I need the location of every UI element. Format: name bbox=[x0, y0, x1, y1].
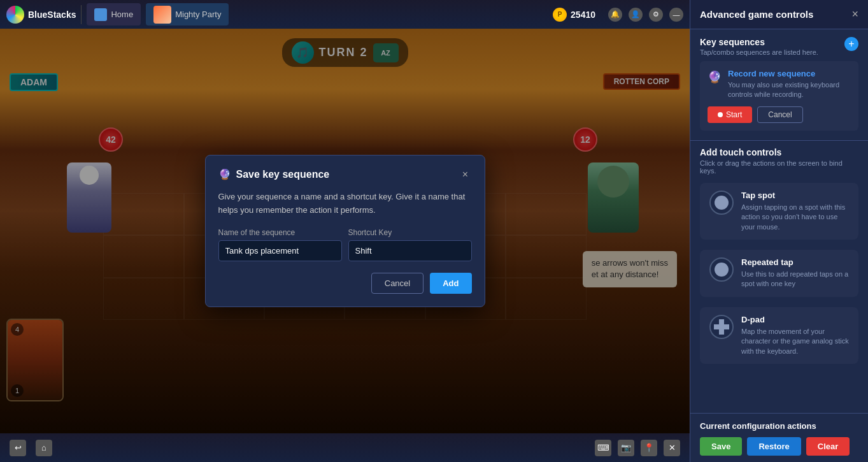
right-panel: Advanced game controls × Key sequences T… bbox=[690, 0, 868, 462]
wand-icon: 🔮 bbox=[708, 70, 722, 84]
dpad-icon bbox=[709, 315, 734, 339]
coin-icon: P bbox=[553, 8, 567, 22]
record-row: 🔮 Record new sequence You may also use e… bbox=[708, 69, 851, 100]
dialog-header: 🔮 Save key sequence × bbox=[218, 168, 472, 181]
tap-spot-icon bbox=[709, 191, 734, 215]
dialog-actions: Cancel Add bbox=[218, 273, 472, 294]
bottom-bar: ↩ ⌂ ⌨ 📷 📍 ✕ bbox=[0, 433, 690, 462]
screenshot-icon[interactable]: 📷 bbox=[618, 440, 634, 456]
shortcut-field-label: Shortcut Key bbox=[348, 228, 472, 237]
touch-controls-desc: Click or drag the actions on the screen … bbox=[700, 159, 858, 175]
record-dot-icon bbox=[718, 112, 723, 117]
save-sequence-dialog: 🔮 Save key sequence × Give your sequence… bbox=[205, 155, 485, 308]
app-name: BlueStacks bbox=[28, 10, 76, 20]
dialog-icon: 🔮 bbox=[218, 168, 231, 180]
game-content: ADAM ROTTEN CORP 🎵 TURN 2 AZ 42 12 bbox=[0, 29, 690, 433]
bottom-left-icons: ↩ ⌂ bbox=[10, 440, 52, 456]
touch-controls-title: Add touch controls bbox=[700, 147, 858, 157]
panel-header: Advanced game controls × bbox=[690, 0, 868, 29]
tap-spot-control[interactable]: Tap spot Assign tapping on a spot with t… bbox=[700, 183, 858, 240]
coin-area: P 25410 bbox=[553, 8, 595, 22]
key-sequences-title-group: Key sequences Tap/combo sequences are li… bbox=[700, 37, 818, 56]
dpad-info: D-pad Map the movement of your character… bbox=[741, 315, 849, 356]
game-tab-label: Mighty Party bbox=[175, 10, 221, 19]
dialog-cancel-button[interactable]: Cancel bbox=[371, 273, 423, 294]
record-section: 🔮 Record new sequence You may also use e… bbox=[700, 61, 858, 131]
home-tab[interactable]: Home bbox=[87, 3, 141, 25]
dialog-overlay: 🔮 Save key sequence × Give your sequence… bbox=[0, 29, 690, 433]
top-icons: 🔔 👤 ⚙ — bbox=[608, 8, 683, 22]
add-sequence-button[interactable]: + bbox=[844, 37, 858, 51]
clear-button[interactable]: Clear bbox=[806, 437, 850, 456]
dpad-arm-vertical bbox=[719, 319, 724, 335]
record-title[interactable]: Record new sequence bbox=[728, 69, 851, 78]
dpad-name: D-pad bbox=[741, 315, 849, 324]
notification-icon[interactable]: 🔔 bbox=[608, 8, 622, 22]
key-sequences-subtitle: Tap/combo sequences are listed here. bbox=[700, 48, 818, 56]
start-recording-button[interactable]: Start bbox=[708, 106, 752, 123]
repeated-tap-name: Repeated tap bbox=[741, 257, 849, 267]
tap-spot-info: Tap spot Assign tapping on a spot with t… bbox=[741, 191, 849, 232]
restore-button[interactable]: Restore bbox=[747, 437, 800, 456]
home-bottom-icon[interactable]: ⌂ bbox=[36, 440, 52, 456]
dpad-desc: Map the movement of your character or th… bbox=[741, 327, 849, 356]
touch-controls-section: Add touch controls Click or drag the act… bbox=[690, 141, 868, 178]
dpad-inner bbox=[714, 319, 729, 335]
record-desc: You may also use existing keyboard contr… bbox=[728, 80, 851, 100]
config-title: Current configuration actions bbox=[700, 421, 858, 431]
game-tab[interactable]: Mighty Party bbox=[146, 3, 229, 25]
shortcut-field-group: Shortcut Key bbox=[348, 228, 472, 261]
dialog-add-button[interactable]: Add bbox=[430, 273, 471, 294]
keyboard-icon[interactable]: ⌨ bbox=[595, 440, 611, 456]
minimize-icon[interactable]: — bbox=[669, 8, 683, 22]
repeated-tap-icon bbox=[709, 257, 734, 282]
home-icon bbox=[94, 8, 107, 21]
save-button[interactable]: Save bbox=[700, 437, 742, 456]
key-sequences-title: Key sequences bbox=[700, 37, 818, 47]
bottom-right-icons: ⌨ 📷 📍 ✕ bbox=[595, 440, 680, 456]
repeated-tap-info: Repeated tap Use this to add repeated ta… bbox=[741, 257, 849, 289]
tap-spot-desc: Assign tapping on a spot with this actio… bbox=[741, 203, 849, 232]
name-field-group: Name of the sequence bbox=[218, 228, 342, 261]
name-field-label: Name of the sequence bbox=[218, 228, 342, 237]
panel-close-button[interactable]: × bbox=[851, 8, 858, 21]
record-actions: Start Cancel bbox=[708, 106, 851, 123]
key-sequences-header: Key sequences Tap/combo sequences are li… bbox=[690, 29, 868, 61]
panel-title: Advanced game controls bbox=[700, 9, 813, 20]
dpad-control[interactable]: D-pad Map the movement of your character… bbox=[700, 307, 858, 364]
close-bottom-icon[interactable]: ✕ bbox=[664, 440, 680, 456]
dialog-title: 🔮 Save key sequence bbox=[218, 168, 330, 180]
separator bbox=[81, 5, 82, 24]
location-icon[interactable]: 📍 bbox=[641, 440, 657, 456]
tap-spot-inner bbox=[715, 196, 729, 210]
shortcut-key-input[interactable] bbox=[348, 240, 472, 261]
top-bar: BlueStacks Home Mighty Party P 25410 🔔 👤… bbox=[0, 0, 690, 29]
dialog-description: Give your sequence a name and a shortcut… bbox=[218, 191, 472, 217]
game-area: BlueStacks Home Mighty Party P 25410 🔔 👤… bbox=[0, 0, 690, 462]
record-info: Record new sequence You may also use exi… bbox=[728, 69, 851, 100]
cancel-recording-button[interactable]: Cancel bbox=[757, 106, 802, 123]
dialog-fields: Name of the sequence Shortcut Key bbox=[218, 228, 472, 261]
sequence-name-input[interactable] bbox=[218, 240, 342, 261]
bluestacks-logo: BlueStacks bbox=[6, 6, 76, 24]
current-config-section: Current configuration actions Save Resto… bbox=[690, 413, 868, 462]
home-tab-label: Home bbox=[111, 10, 133, 19]
repeated-tap-control[interactable]: Repeated tap Use this to add repeated ta… bbox=[700, 250, 858, 297]
repeated-tap-desc: Use this to add repeated taps on a spot … bbox=[741, 270, 849, 289]
account-icon[interactable]: 👤 bbox=[629, 8, 643, 22]
coin-count: 25410 bbox=[571, 10, 595, 20]
game-background: ADAM ROTTEN CORP 🎵 TURN 2 AZ 42 12 bbox=[0, 29, 690, 433]
settings-icon[interactable]: ⚙ bbox=[649, 8, 663, 22]
bluestacks-icon bbox=[6, 6, 24, 24]
config-actions: Save Restore Clear bbox=[700, 437, 858, 456]
back-icon[interactable]: ↩ bbox=[10, 440, 26, 456]
game-icon bbox=[153, 6, 171, 24]
tap-spot-name: Tap spot bbox=[741, 191, 849, 200]
dialog-close-button[interactable]: × bbox=[459, 168, 472, 181]
repeated-tap-inner bbox=[715, 263, 729, 277]
